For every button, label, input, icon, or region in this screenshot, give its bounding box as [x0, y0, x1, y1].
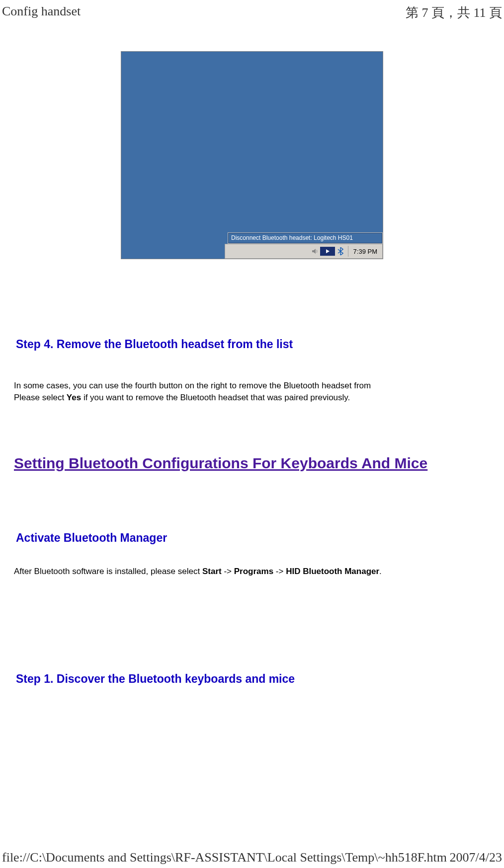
- document-body: Step 4. Remove the Bluetooth headset fro…: [0, 338, 504, 686]
- activate-hid: HID Bluetooth Manager: [286, 567, 379, 576]
- windows-desktop-screenshot: Disconnect Bluetooth headset: Logitech H…: [121, 51, 383, 259]
- step4-line2-pre: Please select: [14, 393, 67, 402]
- step1-heading: Step 1. Discover the Bluetooth keyboards…: [16, 672, 490, 686]
- activate-arrow2: ->: [273, 567, 286, 576]
- activate-body: After Bluetooth software is installed, p…: [14, 566, 490, 578]
- activate-heading: Activate Bluetooth Manager: [16, 531, 490, 545]
- step4-heading: Step 4. Remove the Bluetooth headset fro…: [16, 338, 490, 351]
- footer-path: file://C:\Documents and Settings\RF-ASSI…: [2, 850, 447, 865]
- step4-line1: In some cases, you can use the fourth bu…: [14, 381, 371, 390]
- bluetooth-icon: [336, 247, 345, 256]
- activate-programs: Programs: [234, 567, 273, 576]
- footer-date: 2007/4/23: [450, 850, 502, 865]
- step4-yes-bold: Yes: [67, 393, 81, 402]
- play-icon: [320, 247, 335, 256]
- header-title: Config handset: [2, 4, 81, 21]
- volume-icon: [310, 247, 319, 256]
- section-link-keyboards-mice[interactable]: Setting Bluetooth Configurations For Key…: [14, 453, 490, 473]
- tooltip-disconnect-headset: Disconnect Bluetooth headset: Logitech H…: [228, 232, 383, 244]
- taskbar: 7:39 PM: [225, 244, 383, 259]
- step4-body: In some cases, you can use the fourth bu…: [14, 380, 490, 404]
- taskbar-clock: 7:39 PM: [348, 246, 380, 257]
- page-footer: file://C:\Documents and Settings\RF-ASSI…: [0, 850, 504, 865]
- step4-line2-post: if you want to remove the Bluetooth head…: [81, 393, 350, 402]
- activate-arrow1: ->: [222, 567, 234, 576]
- header-page-info: 第 7 頁，共 11 頁: [406, 4, 502, 21]
- page-header: Config handset 第 7 頁，共 11 頁: [0, 0, 504, 25]
- activate-pre: After Bluetooth software is installed, p…: [14, 567, 202, 576]
- activate-start: Start: [202, 567, 222, 576]
- screenshot-figure: Disconnect Bluetooth headset: Logitech H…: [0, 51, 504, 259]
- activate-post: .: [379, 567, 382, 576]
- tooltip-text: Disconnect Bluetooth headset: Logitech H…: [231, 234, 353, 241]
